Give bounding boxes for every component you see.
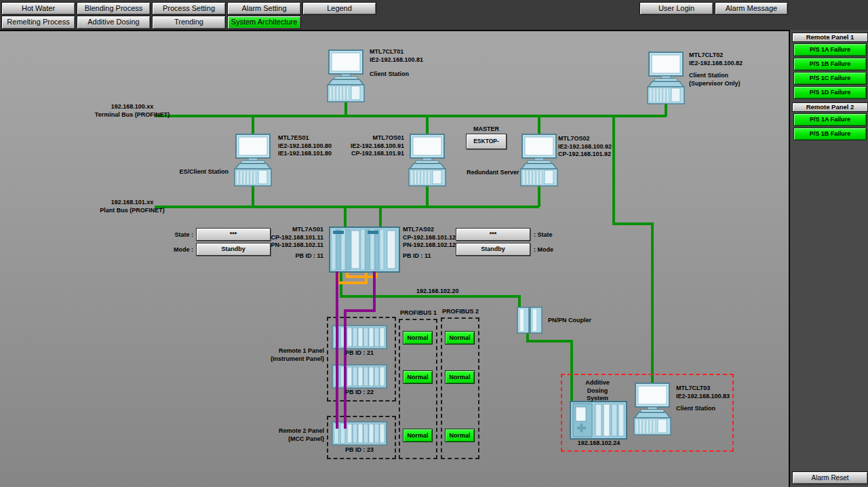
dosing-ip-label: 192.168.102.24 [568, 440, 629, 448]
tab-process-setting[interactable]: Process Setting [152, 2, 226, 15]
remote-2-panel-label: Remote 2 Panel(MCC Panel) [243, 427, 324, 443]
alarm-reset-button[interactable]: Alarm Reset [792, 471, 868, 484]
clt01-role-label: Client Station [370, 71, 409, 79]
remote-panel-sidebar: Remote Panel 1 P/S 1A Failure P/S 1B Fai… [789, 30, 868, 487]
as01-label: MTL7AS01CP-192.168.101.11PN-192.168.102.… [242, 226, 323, 250]
state-label-right: : State [534, 231, 553, 239]
profibus1-status-pb21[interactable]: Normal [403, 331, 433, 345]
system-architecture-screen: Hot Water Blending Process Process Setti… [0, 0, 868, 487]
clt01-label: MTL7CLT01IE2-192.168.100.81 [370, 48, 423, 64]
state-label-left: State : [159, 231, 193, 239]
ps-1a-failure-button-rp1[interactable]: P/S 1A Failure [793, 43, 867, 56]
as01-pbid-label: PB ID : 11 [269, 252, 323, 260]
client-station-1-icon [324, 50, 368, 102]
field-bus-ip-label: 192.168.102.20 [416, 288, 459, 296]
redundant-server-label: Redundant Server [467, 169, 519, 177]
client-station-2-icon [644, 52, 688, 104]
as02-pbid-label: PB ID : 11 [403, 252, 431, 260]
profibus2-status-pb23[interactable]: Normal [445, 429, 475, 442]
ps-1c-failure-button-rp1[interactable]: P/S 1C Failure [793, 72, 867, 85]
profibus-1-title: PROFIBUS 1 [397, 309, 439, 317]
tab-remelting-process[interactable]: Remelting Process [1, 16, 75, 29]
tab-blending-process[interactable]: Blending Process [77, 2, 151, 15]
os01-label: MTL7OS01IE2-192.168.100.91CP-192.168.101… [323, 134, 404, 158]
tab-system-architecture[interactable]: System Architecture [227, 16, 301, 29]
mode-label-left: Mode : [159, 246, 193, 254]
tab-hot-water[interactable]: Hot Water [1, 2, 75, 15]
ps-1d-failure-button-rp1[interactable]: P/S 1D Failure [793, 86, 867, 99]
pb21-label: PB ID : 21 [332, 349, 387, 357]
user-login-button[interactable]: User Login [639, 2, 713, 15]
as02-label: MTL7AS02CP-192.168.101.12PN-192.168.102.… [403, 226, 456, 250]
state-field-as02: *** [456, 228, 530, 241]
server-os02-icon [517, 134, 561, 187]
clt02-label: MTL7CLT02IE2-192.168.100.82 [689, 52, 743, 67]
tab-trending[interactable]: Trending [152, 16, 226, 29]
additive-dosing-title: AdditiveDosingSystem [578, 379, 616, 403]
clt02-role-label: Client Station(Supervisor Only) [689, 72, 741, 87]
pnpn-coupler-icon [517, 307, 542, 334]
terminal-bus-label: 192.168.100.xxTerminal Bus (PROFINET) [64, 103, 200, 119]
os02-label: MTL7OS02IE2-192.168.100.92CP-192.168.101… [558, 135, 612, 159]
profibus1-status-pb22[interactable]: Normal [403, 370, 433, 384]
mode-label-right: : Mode [534, 246, 553, 254]
es01-role-label: ES/Client Station [147, 168, 229, 176]
pb23-label: PB ID : 23 [332, 446, 387, 454]
ps-1b-failure-button-rp1[interactable]: P/S 1B Failure [793, 58, 867, 71]
profibus1-status-pb23[interactable]: Normal [403, 429, 433, 442]
pnpn-coupler-label: PN/PN Coupler [548, 317, 591, 325]
server-os01-icon [406, 134, 449, 187]
top-navigation-bar: Hot Water Blending Process Process Setti… [0, 0, 868, 31]
master-label: MASTER [464, 125, 509, 134]
tab-additive-dosing[interactable]: Additive Dosing [77, 16, 151, 29]
mode-field-as02: Standby [456, 243, 530, 256]
remote-1-panel-label: Remote 1 Panel(Instrument Panel) [243, 347, 324, 363]
pb22-label: PB ID : 22 [332, 389, 387, 397]
tab-alarm-setting[interactable]: Alarm Setting [227, 2, 301, 15]
remote-panel-1-header: Remote Panel 1 [792, 33, 868, 42]
redundant-plc-rack-icon [329, 227, 400, 273]
clt03-role-label: Client Station [676, 405, 715, 413]
profibus-2-title: PROFIBUS 2 [439, 308, 481, 316]
clt03-label: MTL7CLT03IE2-192.168.100.83 [676, 385, 730, 400]
remote-panel-2-header: Remote Panel 2 [792, 102, 868, 112]
plant-bus-label: 192.168.101.xxPlant Bus (PROFINET) [64, 199, 200, 214]
ps-1b-failure-button-rp2[interactable]: P/S 1B Failure [793, 128, 867, 140]
profibus2-status-pb21[interactable]: Normal [445, 331, 475, 345]
alarm-message-button[interactable]: Alarm Message [715, 2, 788, 15]
ps-1a-failure-button-rp2[interactable]: P/S 1A Failure [793, 113, 867, 126]
es-client-station-icon [231, 134, 275, 187]
master-hostname-field: ESKTOP-FCG34K [466, 134, 507, 149]
profibus2-status-pb22[interactable]: Normal [445, 370, 475, 384]
tab-legend[interactable]: Legend [302, 2, 376, 15]
